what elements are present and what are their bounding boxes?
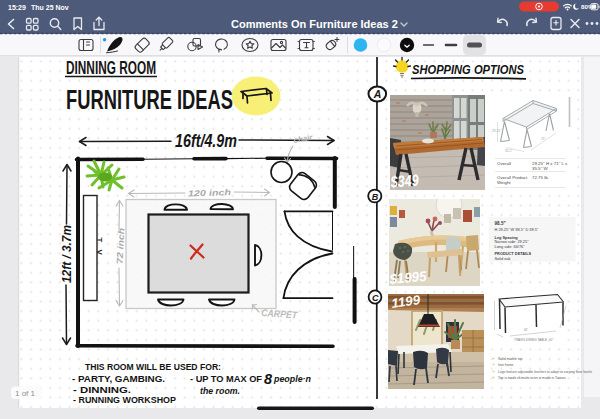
svg-text:»: »	[493, 370, 495, 374]
svg-text:Overall: Overall	[497, 161, 511, 166]
svg-text:35.5": 35.5"	[505, 149, 512, 153]
svg-text:B: B	[372, 192, 379, 202]
svg-text:60": 60"	[524, 328, 528, 332]
svg-text:71": 71"	[541, 137, 546, 141]
svg-text:Comments On Furniture Ideas 2: Comments On Furniture Ideas 2	[231, 18, 398, 30]
svg-text:Long side: 66/76": Long side: 66/76"	[495, 244, 526, 249]
svg-text:$1995: $1995	[388, 268, 427, 287]
svg-text:SHOPPING OPTIONS: SHOPPING OPTIONS	[412, 62, 524, 77]
svg-text:Top is made of matte resin is: Top is made of matte resin is made in Ta…	[498, 376, 566, 380]
svg-text:120 inch: 120 inch	[188, 187, 231, 198]
svg-text:- RUNNING WORKSHOP: - RUNNING WORKSHOP	[73, 395, 176, 405]
svg-text:people·n: people·n	[273, 374, 311, 384]
svg-text:THIS ROOM WILL BE USED FOR:: THIS ROOM WILL BE USED FOR:	[85, 361, 221, 372]
svg-text:$349: $349	[389, 172, 419, 191]
svg-text:1 of 1: 1 of 1	[15, 389, 36, 398]
svg-text:V: V	[95, 250, 104, 256]
svg-text:T: T	[95, 238, 104, 243]
svg-text:29.25": 29.25"	[492, 129, 501, 133]
svg-text:A: A	[373, 88, 382, 100]
svg-text:»: »	[493, 376, 495, 380]
svg-text:TRAVIS DINING TABLE, 40": TRAVIS DINING TABLE, 40"	[514, 338, 553, 342]
svg-text:72 inch: 72 inch	[115, 228, 127, 264]
svg-text:72.75 lb.: 72.75 lb.	[532, 175, 549, 180]
svg-text:12ft / 3.7m: 12ft / 3.7m	[59, 225, 74, 283]
svg-text:29.25'' H x 71'' L x: 29.25'' H x 71'' L x	[532, 161, 568, 166]
svg-text:Legs feature adjustable levele: Legs feature adjustable levelers to adap…	[498, 370, 592, 374]
svg-text:98.5": 98.5"	[495, 221, 506, 226]
svg-text:15:29: 15:29	[8, 4, 26, 11]
svg-text:Solid marble top: Solid marble top	[498, 357, 523, 361]
svg-text:the room.: the room.	[200, 385, 240, 396]
svg-text:- DINNING.: - DINNING.	[73, 385, 131, 395]
svg-text:H 29.25" W 98.5" D 39.5": H 29.25" W 98.5" D 39.5"	[495, 227, 539, 232]
svg-text:Overall Product: Overall Product	[497, 175, 528, 180]
svg-text:Solid oak: Solid oak	[495, 256, 511, 261]
svg-text:C: C	[372, 293, 379, 303]
svg-text:- UP TO MAX OF: - UP TO MAX OF	[190, 374, 263, 384]
svg-text:Weight: Weight	[497, 180, 511, 185]
svg-text:Thu 25 Nov: Thu 25 Nov	[31, 4, 69, 11]
svg-text:8: 8	[264, 371, 273, 387]
svg-text:Iron frame: Iron frame	[498, 363, 514, 367]
svg-text:16ft/4.9m: 16ft/4.9m	[175, 130, 237, 151]
svg-text:FURNITURE IDEAS: FURNITURE IDEAS	[66, 84, 233, 115]
svg-text:»: »	[493, 363, 495, 367]
svg-text:DINNING ROOM: DINNING ROOM	[66, 57, 156, 78]
svg-text:»: »	[493, 357, 495, 361]
svg-text:35.5'' W: 35.5'' W	[532, 166, 548, 171]
svg-text:- PARTY, GAMBING.: - PARTY, GAMBING.	[72, 374, 165, 384]
